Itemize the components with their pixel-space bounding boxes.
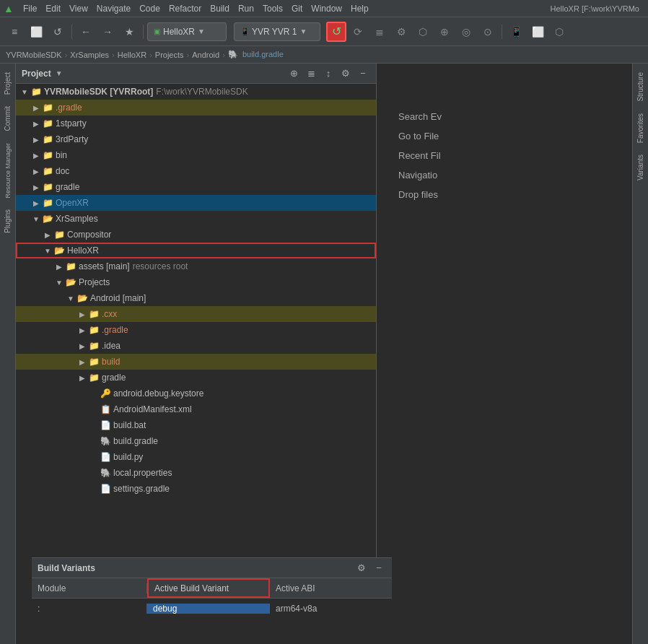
tree-root[interactable]: ▼ 📁 YVRMobileSDK [YVRRoot] F:\work\YVRMo…: [16, 84, 376, 100]
side-tab-favorites[interactable]: Favorites: [634, 108, 647, 149]
toolbar-profile-btn[interactable]: ⚙: [391, 22, 411, 42]
tree-android[interactable]: ▼ 📂 Android [main]: [16, 290, 376, 306]
tree-3rdparty[interactable]: ▶ 📁 3rdParty: [16, 131, 376, 147]
build-variants-actions: ⚙ −: [354, 561, 386, 575]
side-tab-project[interactable]: Project: [1, 66, 14, 100]
cxx-folder-icon: 📁: [88, 308, 100, 320]
bv-settings-btn[interactable]: ⚙: [354, 561, 369, 575]
toolbar-new-btn[interactable]: ⬜: [26, 22, 46, 42]
breadcrumb-yvrsmobilesdk[interactable]: YVRMobileSDK: [6, 51, 62, 59]
gradle-arrow-icon: ▶: [30, 102, 42, 113]
right-search-everywhere[interactable]: Search Ev: [391, 107, 618, 126]
tree-idea[interactable]: ▶ 📁 .idea: [16, 338, 376, 354]
bv-col-variant-header: Active Build Variant: [147, 578, 270, 598]
toolbar: ≡ ⬜ ↺ ← → ★ ▣ HelloXR ▼ 📱 YVR YVR 1 ▼ ↺ …: [0, 17, 648, 46]
helloxr-label: HelloXR: [67, 245, 99, 256]
breadcrumb-android[interactable]: Android: [192, 51, 219, 59]
breadcrumb-helloxr[interactable]: HelloXR: [118, 51, 146, 59]
side-tab-structure[interactable]: Structure: [634, 66, 647, 108]
toolbar-menu-btn[interactable]: ≡: [4, 22, 25, 42]
menu-view[interactable]: View: [65, 2, 92, 15]
toolbar-bookmark-btn[interactable]: ★: [119, 22, 139, 42]
tree-cxx[interactable]: ▶ 📁 .cxx: [16, 306, 376, 322]
side-tab-variants[interactable]: Variants: [634, 149, 647, 186]
run-dropdown[interactable]: 📱 YVR YVR 1 ▼: [234, 22, 320, 41]
toolbar-analyze-btn[interactable]: ⊙: [478, 22, 498, 42]
tree-bin[interactable]: ▶ 📁 bin: [16, 147, 376, 163]
side-tab-commit[interactable]: Commit: [1, 100, 14, 136]
toolbar-layout-btn[interactable]: ⬡: [549, 22, 569, 42]
menu-window[interactable]: Window: [307, 2, 346, 15]
toolbar-device-mgr-btn[interactable]: 📱: [506, 22, 526, 42]
tree-buildpy[interactable]: ▶ 📄 build.py: [16, 449, 376, 465]
menu-refactor[interactable]: Refactor: [165, 2, 206, 15]
toolbar-gradle-btn[interactable]: ≣: [369, 22, 390, 42]
menu-navigate[interactable]: Navigate: [92, 2, 135, 15]
tree-doc[interactable]: ▶ 📁 doc: [16, 163, 376, 179]
menu-edit[interactable]: Edit: [41, 2, 65, 15]
manifest-icon: 📋: [100, 404, 111, 415]
panel-minimize-btn[interactable]: −: [356, 66, 370, 81]
menu-build[interactable]: Build: [206, 2, 234, 15]
tree-assets[interactable]: ▶ 📁 assets [main] resources root: [16, 258, 376, 274]
toolbar-forward-btn[interactable]: →: [97, 22, 118, 42]
toolbar-back-btn[interactable]: ←: [76, 22, 96, 42]
tree-compositor[interactable]: ▶ 📁 Compositor: [16, 227, 376, 243]
toolbar-sync-btn[interactable]: ↺: [48, 22, 68, 42]
menu-file[interactable]: File: [19, 2, 41, 15]
tree-buildbat[interactable]: ▶ 📄 build.bat: [16, 417, 376, 433]
panel-actions: ⊕ ≣ ↕ ⚙ −: [286, 66, 370, 81]
menu-code[interactable]: Code: [135, 2, 165, 15]
tree-1stparty[interactable]: ▶ 📁 1stparty: [16, 116, 376, 131]
tree-helloxr[interactable]: ▼ 📂 HelloXR: [16, 243, 376, 258]
android-label: Android [main]: [90, 293, 146, 303]
right-recent-files[interactable]: Recent Fil: [391, 146, 618, 165]
bv-minimize-btn[interactable]: −: [372, 561, 386, 575]
panel-sort-btn[interactable]: ↕: [321, 66, 336, 81]
right-go-to-file[interactable]: Go to File: [391, 126, 618, 146]
root-path: F:\work\YVRMobileSDK: [156, 87, 248, 97]
toolbar-sdk-btn[interactable]: ⬜: [527, 22, 548, 42]
panel-locate-btn[interactable]: ⊕: [286, 66, 301, 81]
side-tab-resource-manager[interactable]: Resource Manager: [2, 137, 14, 204]
panel-settings-btn[interactable]: ⚙: [338, 66, 353, 81]
toolbar-stop-btn[interactable]: ⟳: [348, 22, 368, 42]
tree-buildgradle[interactable]: ▶ 🐘 build.gradle: [16, 433, 376, 449]
build-variants-panel: Build Variants ⚙ − Module Active Build V…: [32, 557, 392, 644]
tree-gradle2[interactable]: ▶ 📁 gradle: [16, 179, 376, 195]
tree-gradle4[interactable]: ▶ 📁 gradle: [16, 370, 376, 386]
breadcrumb-file[interactable]: 🐘 build.gradle: [228, 50, 284, 59]
panel-title-arrow[interactable]: ▼: [56, 69, 63, 77]
buildbat-label: build.bat: [113, 420, 146, 430]
toolbar-coverage-btn[interactable]: ◎: [456, 22, 476, 42]
toolbar-sep-1: [71, 25, 72, 39]
tree-build[interactable]: ▶ 📁 build: [16, 354, 376, 370]
tree-projects[interactable]: ▼ 📂 Projects: [16, 274, 376, 290]
tree-localprops[interactable]: ▶ 🐘 local.properties: [16, 465, 376, 481]
buildgradle-label: build.gradle: [113, 436, 158, 446]
menu-git[interactable]: Git: [287, 2, 307, 15]
menu-help[interactable]: Help: [346, 2, 373, 15]
menu-run[interactable]: Run: [234, 2, 258, 15]
breadcrumb-projects[interactable]: Projects: [155, 51, 184, 59]
toolbar-debug-btn[interactable]: ⬡: [413, 22, 433, 42]
panel-align-btn[interactable]: ≣: [304, 66, 318, 81]
tree-keystore[interactable]: ▶ 🔑 android.debug.keystore: [16, 386, 376, 401]
right-navigation[interactable]: Navigatio: [391, 165, 618, 185]
localprops-icon: 🐘: [100, 467, 111, 479]
sync-highlighted-btn[interactable]: ↺: [326, 22, 346, 42]
tree-gradle3[interactable]: ▶ 📁 .gradle: [16, 322, 376, 338]
bv-variant-cell[interactable]: debug: [147, 604, 270, 614]
tree-xrsamples[interactable]: ▼ 📂 XrSamples: [16, 211, 376, 227]
tree-settingsgradle[interactable]: ▶ 📄 settings.gradle: [16, 481, 376, 497]
tree-container[interactable]: ▼ 📁 YVRMobileSDK [YVRRoot] F:\work\YVRMo…: [16, 84, 376, 557]
device-dropdown[interactable]: ▣ HelloXR ▼: [147, 22, 227, 41]
right-drop-files[interactable]: Drop files: [391, 185, 618, 204]
tree-openxr[interactable]: ▶ 📁 OpenXR: [16, 195, 376, 211]
tree-gradle[interactable]: ▶ 📁 .gradle: [16, 100, 376, 116]
side-tab-plugins[interactable]: Plugins: [1, 204, 14, 239]
toolbar-attach-btn[interactable]: ⊕: [434, 22, 455, 42]
breadcrumb-xrsamples[interactable]: XrSamples: [70, 51, 109, 59]
menu-tools[interactable]: Tools: [258, 2, 287, 15]
tree-manifest[interactable]: ▶ 📋 AndroidManifest.xml: [16, 401, 376, 417]
